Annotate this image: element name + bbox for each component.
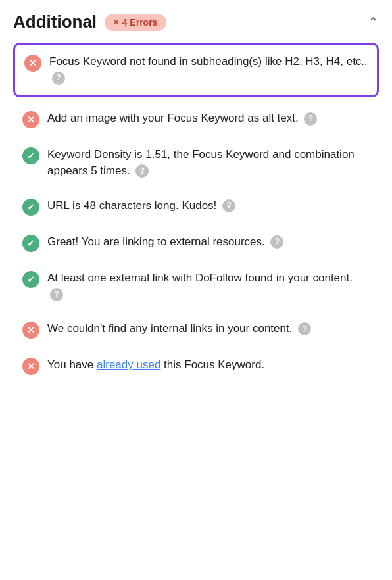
item-text: You have already used this Focus Keyword…: [47, 357, 370, 374]
success-icon: ✓: [22, 235, 39, 252]
help-icon[interactable]: ?: [270, 235, 283, 249]
additional-section: Additional × 4 Errors ⌃ ✕ Focus Keyword …: [0, 0, 392, 404]
item-text: Focus Keyword not found in subheading(s)…: [49, 54, 368, 86]
error-icon: ✕: [22, 322, 39, 339]
item-text: URL is 48 characters long. Kudos! ?: [47, 198, 370, 214]
section-header-left: Additional × 4 Errors: [13, 12, 166, 32]
help-icon[interactable]: ?: [52, 72, 65, 85]
success-icon: ✓: [22, 147, 39, 164]
item-text: Add an image with your Focus Keyword as …: [47, 110, 370, 127]
help-icon[interactable]: ?: [135, 164, 149, 178]
list-item: ✓ URL is 48 characters long. Kudos! ?: [13, 189, 379, 225]
error-icon: ✕: [22, 111, 39, 128]
list-item: ✓ Great! You are linking to external res…: [13, 225, 379, 261]
error-badge-label: 4 Errors: [122, 17, 158, 28]
help-icon[interactable]: ?: [50, 288, 63, 301]
item-text: Keyword Density is 1.51, the Focus Keywo…: [47, 147, 370, 179]
list-item: ✓ Keyword Density is 1.51, the Focus Key…: [13, 137, 379, 188]
already-used-link[interactable]: already used: [97, 358, 160, 371]
section-title: Additional: [13, 12, 97, 32]
list-item: ✕ We couldn't find any internal links in…: [13, 312, 379, 348]
success-icon: ✓: [22, 271, 39, 288]
item-text: At least one external link with DoFollow…: [47, 270, 370, 302]
help-icon[interactable]: ?: [304, 112, 317, 126]
error-icon: ✕: [22, 358, 39, 375]
help-icon[interactable]: ?: [298, 322, 311, 335]
error-badge: × 4 Errors: [105, 14, 166, 31]
list-item: ✕ Add an image with your Focus Keyword a…: [13, 101, 379, 137]
list-item: ✕ You have already used this Focus Keywo…: [13, 348, 379, 384]
item-text: Great! You are linking to external resou…: [47, 234, 370, 251]
collapse-button[interactable]: ⌃: [368, 14, 379, 30]
list-item: ✕ Focus Keyword not found in subheading(…: [13, 43, 379, 97]
error-badge-icon: ×: [114, 17, 119, 27]
item-text: We couldn't find any internal links in y…: [47, 321, 370, 337]
success-icon: ✓: [22, 199, 39, 216]
help-icon[interactable]: ?: [222, 199, 235, 212]
list-item: ✓ At least one external link with DoFoll…: [13, 261, 379, 312]
section-header: Additional × 4 Errors ⌃: [13, 12, 379, 32]
error-icon: ✕: [24, 55, 41, 72]
items-list: ✕ Focus Keyword not found in subheading(…: [13, 43, 379, 384]
